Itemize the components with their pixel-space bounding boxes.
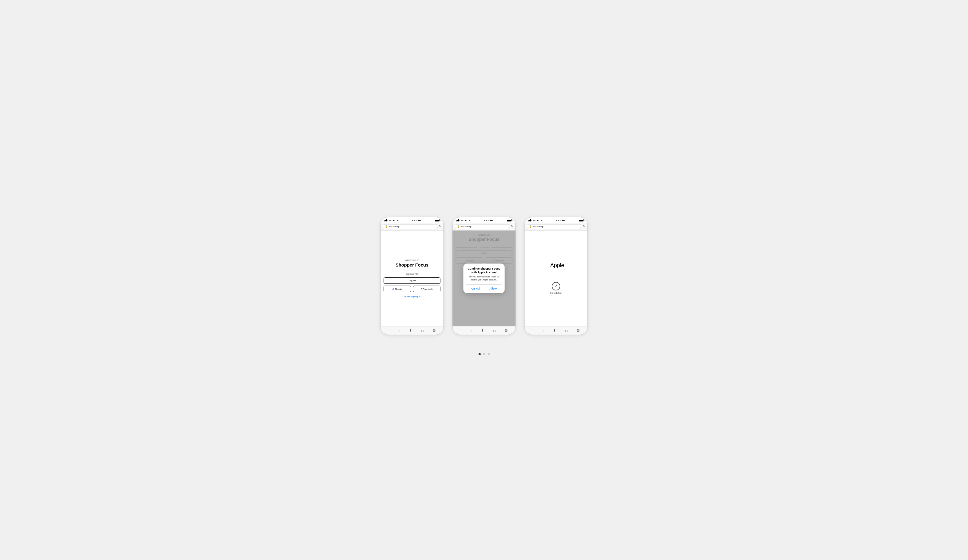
- dim-overlay: Continue Shopper Focus with Apple Accoun…: [453, 230, 515, 326]
- back-btn-2[interactable]: ‹: [461, 329, 462, 333]
- battery-icon-1: [435, 219, 441, 222]
- apple-signin-button[interactable]: Apple: [384, 277, 441, 284]
- facebook-icon-1: f: [421, 287, 422, 290]
- tabs-btn-2[interactable]: ⊡: [505, 328, 507, 333]
- time-label-3: 9:41 AM: [556, 219, 565, 222]
- trouble-signing-in-link[interactable]: Trouble signing in?: [402, 295, 421, 298]
- screen1-content: Welcome to Shopper Focus Continue with A…: [381, 230, 443, 326]
- forward-btn-3[interactable]: ›: [543, 329, 544, 333]
- browser-bottom-2: ‹ › ⬆ □ ⊡: [453, 326, 515, 335]
- battery-icon-3: [578, 219, 584, 222]
- dialog-message: Do you allow Shopper Focus to access you…: [466, 275, 502, 282]
- url-text-1: files.design: [389, 225, 400, 228]
- phone-3: Carrier ▲ 9:41 AM 🔒 files.design ↻: [524, 217, 588, 335]
- dot-1[interactable]: [479, 353, 481, 355]
- browser-bottom-3: ‹ › ⬆ □ ⊡: [525, 326, 587, 335]
- url-text-3: files.design: [533, 225, 544, 228]
- phone-2: Carrier ▲ 9:41 AM 🔒 files.design ↻ W: [452, 217, 516, 335]
- bookmarks-btn-1[interactable]: □: [422, 329, 424, 333]
- browser-bottom-1: ‹ › ⬆ □ ⊡: [381, 326, 443, 335]
- apple-brand-row: Apple: [548, 262, 564, 276]
- completed-label: Completed!: [550, 292, 562, 294]
- dialog-allow-button[interactable]: Allow: [487, 287, 499, 291]
- share-btn-3[interactable]: ⬆: [553, 328, 556, 333]
- dot-2[interactable]: [483, 353, 485, 355]
- status-bar-1: Carrier ▲ 9:41 AM: [381, 217, 443, 223]
- facebook-btn-label: Facebook: [423, 288, 433, 290]
- carrier-label-1: Carrier: [388, 219, 395, 222]
- apple-name-label: Apple: [550, 262, 564, 268]
- reload-btn-2[interactable]: ↻: [511, 225, 513, 228]
- time-label-1: 9:41 AM: [412, 219, 421, 222]
- google-icon-1: G: [392, 288, 394, 290]
- share-btn-1[interactable]: ⬆: [409, 328, 412, 333]
- dialog-title: Continue Shopper Focus with Apple Accoun…: [466, 267, 502, 274]
- signal-icon-2: [456, 219, 459, 222]
- forward-btn-1[interactable]: ›: [399, 329, 400, 333]
- pagination-dots: [479, 353, 490, 355]
- nav-bar-2: 🔒 files.design ↻: [453, 223, 515, 230]
- continue-with-label: Continue with: [404, 273, 420, 275]
- back-btn-1[interactable]: ‹: [388, 329, 390, 333]
- screen3-content: Apple ✓ Completed!: [525, 230, 587, 326]
- nav-bar-1: 🔒 files.design ↻: [381, 223, 443, 230]
- phones-container: Carrier ▲ 9:41 AM 🔒 files.design ↻ Welco…: [368, 205, 600, 347]
- url-bar-2: 🔒 files.design: [455, 224, 509, 229]
- wifi-icon-3: ▲: [540, 219, 542, 222]
- status-bar-right-1: [435, 219, 441, 222]
- divider-with-text: Continue with: [384, 273, 441, 275]
- phone-1: Carrier ▲ 9:41 AM 🔒 files.design ↻ Welco…: [380, 217, 444, 335]
- check-circle: ✓: [552, 282, 560, 290]
- share-btn-2[interactable]: ⬆: [481, 328, 484, 333]
- wifi-icon-2: ▲: [468, 219, 471, 222]
- status-bar-left-3: Carrier ▲: [527, 219, 542, 222]
- status-bar-left-2: Carrier ▲: [456, 219, 471, 222]
- url-text-2: files.design: [461, 225, 472, 228]
- signal-icon-1: [384, 219, 387, 222]
- status-bar-left-1: Carrier ▲: [384, 219, 398, 222]
- apple-account-dialog: Continue Shopper Focus with Apple Accoun…: [463, 263, 505, 293]
- google-btn-label: Google: [395, 288, 402, 290]
- signal-icon-3: [527, 219, 531, 222]
- welcome-line1: Welcome to: [405, 258, 419, 262]
- forward-btn-2[interactable]: ›: [471, 329, 472, 333]
- lock-icon-1: 🔒: [385, 225, 388, 228]
- bookmarks-btn-2[interactable]: □: [494, 329, 496, 333]
- dialog-cancel-button[interactable]: Cancel: [469, 287, 482, 291]
- wifi-icon-1: ▲: [396, 219, 398, 222]
- dialog-buttons: Cancel Allow: [466, 284, 502, 291]
- lock-icon-2: 🔒: [457, 225, 460, 228]
- bookmarks-btn-3[interactable]: □: [566, 329, 568, 333]
- status-bar-3: Carrier ▲ 9:41 AM: [525, 217, 587, 223]
- check-mark-icon: ✓: [554, 284, 558, 288]
- status-bar-2: Carrier ▲ 9:41 AM: [453, 217, 515, 223]
- reload-btn-1[interactable]: ↻: [439, 225, 441, 228]
- back-btn-3[interactable]: ‹: [532, 329, 534, 333]
- app-title-1: Shopper Focus: [395, 262, 428, 267]
- google-signin-button[interactable]: G Google: [384, 286, 411, 292]
- carrier-label-2: Carrier: [459, 219, 467, 222]
- google-facebook-row: G Google f Facebook: [384, 286, 441, 292]
- lock-icon-3: 🔒: [529, 225, 532, 228]
- screen2-content: Welcome to Shopper Focus Continue with A…: [453, 230, 515, 326]
- battery-icon-2: [507, 219, 512, 222]
- url-bar-3: 🔒 files.design: [527, 224, 582, 229]
- status-bar-right-3: [578, 219, 584, 222]
- status-bar-right-2: [507, 219, 512, 222]
- apple-btn-label: Apple: [409, 279, 416, 282]
- url-bar-1: 🔒 files.design: [383, 224, 438, 229]
- nav-bar-3: 🔒 files.design ↻: [525, 223, 587, 230]
- tabs-btn-3[interactable]: ⊡: [577, 328, 580, 333]
- tabs-btn-1[interactable]: ⊡: [433, 328, 436, 333]
- time-label-2: 9:41 AM: [484, 219, 493, 222]
- carrier-label-3: Carrier: [532, 219, 539, 222]
- facebook-signin-button[interactable]: f Facebook: [413, 286, 441, 292]
- dot-3[interactable]: [487, 353, 490, 355]
- reload-btn-3[interactable]: ↻: [583, 225, 585, 228]
